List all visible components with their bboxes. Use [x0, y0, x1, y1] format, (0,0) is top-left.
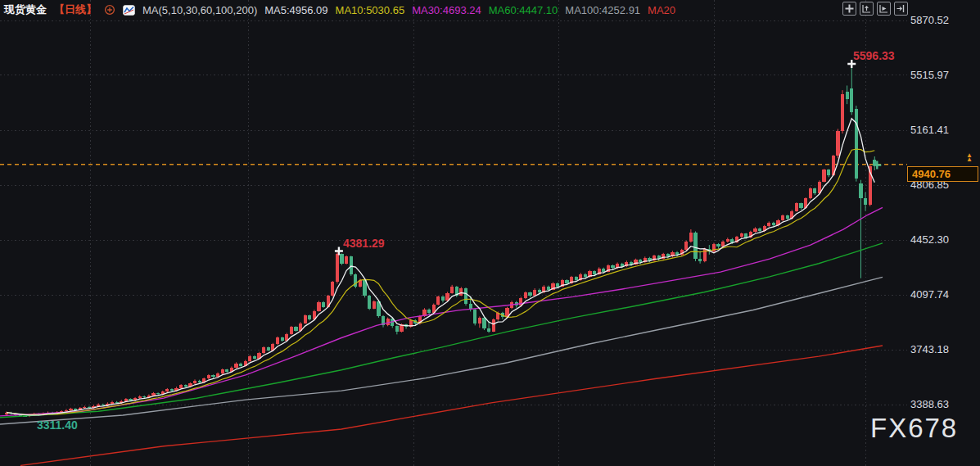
annotation-high-price: 5596.33: [853, 49, 895, 62]
chart-toolbar: [842, 2, 908, 16]
price-alert-arrows-icon: ▲▲: [966, 153, 973, 161]
ma5-value-label: MA5:4956.09: [264, 4, 327, 16]
ma30-line: [0, 207, 883, 416]
y-axis-label: 4097.74: [910, 288, 949, 301]
ma10-value-label: MA10:5030.65: [336, 4, 405, 16]
grid-lines: [0, 0, 907, 466]
last-price-badge: 4940.76: [907, 166, 978, 182]
circle-plus-icon[interactable]: [104, 4, 115, 16]
ma100-value-label: MA100:4252.91: [565, 4, 640, 16]
y-axis-label: 3743.18: [910, 343, 949, 355]
crosshair-move-button[interactable]: [842, 2, 856, 16]
y-axis-label: 5870.52: [910, 14, 949, 26]
price-axis[interactable]: 5870.525515.975161.414806.854452.304097.…: [910, 0, 980, 466]
chart-window: 现货黄金 【日线】 MA(5,10,30,60,100,200) MA5:495…: [0, 0, 980, 466]
y-axis-label: 3388.63: [910, 398, 949, 410]
auto-scale-button[interactable]: [877, 2, 891, 16]
ma60-line: [0, 243, 883, 418]
candles: [5, 63, 876, 417]
ma200-line: [20, 346, 883, 465]
y-axis-label: 5515.97: [910, 69, 949, 81]
ma30-value-label: MA30:4693.24: [412, 4, 481, 16]
y-axis-label: 4452.30: [910, 233, 949, 246]
symbol-title: 现货黄金: [4, 2, 47, 17]
go-to-latest-button[interactable]: [894, 2, 908, 16]
annotation-local-high-price: 4381.29: [343, 237, 385, 250]
markers: [335, 60, 881, 255]
mini-line-chart-icon[interactable]: [123, 5, 135, 16]
ma200-value-label: MA20: [648, 4, 675, 16]
candlestick-chart[interactable]: [0, 0, 980, 466]
timeframe-label: 【日线】: [54, 2, 97, 17]
ma5-line: [7, 119, 874, 415]
ma-lines: [0, 119, 883, 466]
reset-price-scale-button[interactable]: [860, 2, 874, 16]
y-axis-label: 5161.41: [910, 124, 949, 136]
ma60-value-label: MA60:4447.10: [489, 4, 558, 16]
ma-settings-label: MA(5,10,30,60,100,200): [142, 4, 257, 16]
chart-header: 现货黄金 【日线】 MA(5,10,30,60,100,200) MA5:495…: [4, 2, 675, 17]
annotation-low-price: 3311.40: [37, 418, 78, 432]
